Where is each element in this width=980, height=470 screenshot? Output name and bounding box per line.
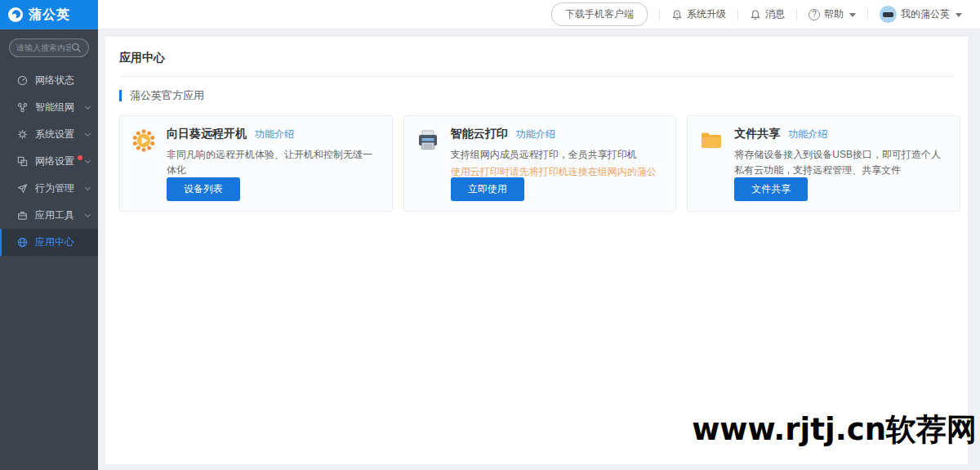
dandelion-logo-icon [7, 7, 24, 23]
behavior-icon [17, 183, 28, 194]
sidebar-item-label: 网络设置 [35, 154, 74, 168]
card-title: 智能云打印 [451, 127, 508, 141]
sidebar-item-label: 应用中心 [35, 235, 74, 249]
sidebar-item-app-center[interactable]: 应用中心 [0, 229, 98, 256]
section-header: 蒲公英官方应用 [119, 88, 954, 103]
sidebar-item-system-settings[interactable]: 系统设置 [0, 121, 98, 148]
messages-label: 消息 [765, 7, 785, 21]
help-icon: ? [808, 9, 820, 20]
messages-button[interactable]: 消息 [738, 7, 796, 21]
app-cards: 向日葵远程开机 功能介绍 非同凡响的远程开机体验、让开机和控制无缝一体化 设备列… [119, 115, 960, 212]
sidebar-item-network-settings[interactable]: 网络设置 [0, 148, 98, 175]
card-description: 非同凡响的远程开机体验、让开机和控制无缝一体化 [167, 147, 379, 177]
main-panel: 应用中心 蒲公英官方应用 [105, 37, 968, 464]
chevron-down-icon [85, 131, 91, 137]
sidebar-menu: 网络状态 智能组网 系统设置 [0, 67, 98, 256]
folder-icon [699, 128, 724, 153]
caret-down-icon [849, 13, 856, 20]
chevron-down-icon [85, 185, 91, 190]
avatar [880, 6, 897, 23]
chevron-down-icon [85, 104, 91, 110]
chevron-down-icon [85, 158, 91, 163]
system-upgrade-label: 系统升级 [687, 7, 726, 21]
card-description: 将存储设备接入到设备USB接口，即可打造个人私有云功能，支持远程管理、共享文件 [734, 147, 947, 177]
network-icon [17, 102, 28, 113]
grid-icon [17, 156, 28, 167]
sunflower-icon [131, 128, 156, 153]
page-title: 应用中心 [119, 37, 954, 77]
section-title: 蒲公英官方应用 [130, 88, 204, 103]
file-sharing-button[interactable]: 文件共享 [734, 177, 808, 201]
sidebar-item-smart-networking[interactable]: 智能组网 [0, 94, 98, 121]
bell-icon [750, 9, 761, 20]
feature-intro-link[interactable]: 功能介绍 [788, 128, 827, 141]
search-icon[interactable] [71, 43, 82, 53]
search-input[interactable] [16, 43, 71, 52]
router-device-icon [883, 12, 893, 17]
card-description: 支持组网内成员远程打印，全员共享打印机 [451, 147, 663, 163]
card-file-sharing: 文件共享 功能介绍 将存储设备接入到设备USB接口，即可打造个人私有云功能，支持… [687, 115, 960, 212]
briefcase-icon [17, 210, 28, 221]
brand-name: 蒲公英 [29, 7, 70, 24]
gauge-icon [17, 75, 28, 86]
system-upgrade-icon [671, 9, 683, 20]
sidebar-item-label: 行为管理 [35, 181, 74, 195]
feature-intro-link[interactable]: 功能介绍 [516, 128, 555, 141]
card-sunflower-remote-boot: 向日葵远程开机 功能介绍 非同凡响的远程开机体验、让开机和控制无缝一体化 设备列… [119, 115, 393, 212]
sidebar-item-label: 系统设置 [35, 128, 74, 141]
section-accent-bar [119, 90, 122, 101]
card-title: 向日葵远程开机 [167, 127, 247, 141]
account-label: 我的蒲公英 [901, 7, 950, 21]
sidebar: 蒲公英 网络状态 智能组网 [0, 0, 98, 470]
sidebar-item-behavior-management[interactable]: 行为管理 [0, 175, 98, 202]
help-label: 帮助 [824, 7, 844, 21]
topbar: 下载手机客户端 系统升级 消息 ? 帮助 我的蒲公英 [98, 0, 980, 29]
card-title: 文件共享 [734, 127, 780, 141]
sidebar-item-label: 应用工具 [35, 208, 74, 222]
gear-icon [17, 129, 28, 140]
notification-badge [78, 155, 82, 160]
brand-logo[interactable]: 蒲公英 [0, 0, 98, 29]
printer-icon [416, 128, 440, 153]
sidebar-item-label: 智能组网 [35, 101, 74, 114]
sidebar-item-app-tools[interactable]: 应用工具 [0, 202, 98, 229]
account-menu[interactable]: 我的蒲公英 [868, 6, 973, 23]
feature-intro-link[interactable]: 功能介绍 [255, 128, 294, 141]
help-menu[interactable]: ? 帮助 [797, 7, 867, 21]
chevron-down-icon [85, 212, 91, 217]
caret-down-icon [956, 13, 962, 20]
globe-icon [17, 237, 28, 248]
device-list-button[interactable]: 设备列表 [167, 177, 240, 201]
sidebar-search[interactable] [9, 38, 89, 57]
use-now-button[interactable]: 立即使用 [451, 177, 524, 201]
download-mobile-client-button[interactable]: 下载手机客户端 [551, 2, 648, 26]
sidebar-item-label: 网络状态 [35, 74, 74, 87]
sidebar-item-network-status[interactable]: 网络状态 [0, 67, 98, 94]
card-cloud-printing: 智能云打印 功能介绍 支持组网内成员远程打印，全员共享打印机 使用云打印时请先将… [403, 115, 677, 212]
system-upgrade-button[interactable]: 系统升级 [660, 7, 737, 21]
